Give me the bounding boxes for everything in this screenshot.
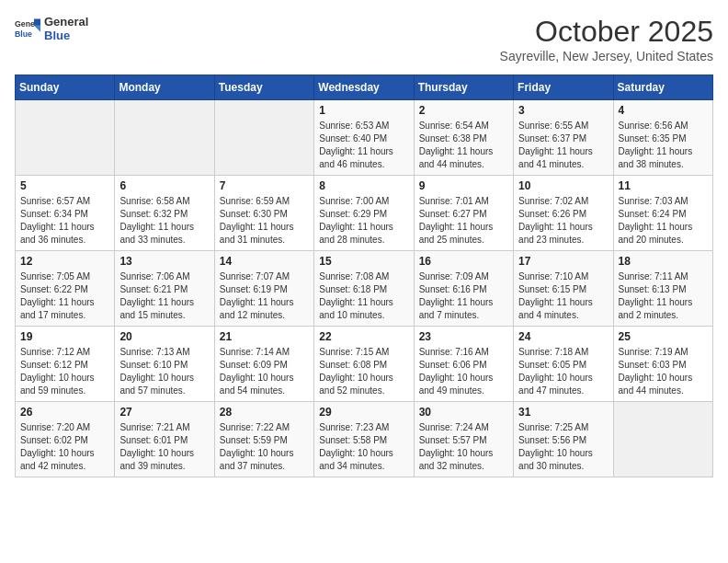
day-number: 3 bbox=[518, 104, 608, 117]
day-number: 23 bbox=[419, 330, 508, 343]
calendar-cell: 28Sunrise: 7:22 AMSunset: 5:59 PMDayligh… bbox=[214, 402, 313, 477]
day-number: 6 bbox=[119, 179, 209, 192]
day-number: 28 bbox=[220, 406, 309, 419]
logo: General Blue General Blue bbox=[15, 15, 88, 42]
day-info: Sunrise: 7:03 AMSunset: 6:24 PMDaylight:… bbox=[619, 195, 708, 247]
header-day-monday: Monday bbox=[115, 75, 214, 100]
week-row-1: 5Sunrise: 6:57 AMSunset: 6:34 PMDaylight… bbox=[16, 176, 713, 251]
week-row-3: 19Sunrise: 7:12 AMSunset: 6:12 PMDayligh… bbox=[16, 327, 713, 402]
day-number: 18 bbox=[619, 255, 708, 268]
calendar-cell: 30Sunrise: 7:24 AMSunset: 5:57 PMDayligh… bbox=[414, 402, 513, 477]
calendar-cell: 21Sunrise: 7:14 AMSunset: 6:09 PMDayligh… bbox=[214, 327, 313, 402]
header-day-tuesday: Tuesday bbox=[214, 75, 313, 100]
calendar-cell: 5Sunrise: 6:57 AMSunset: 6:34 PMDaylight… bbox=[16, 176, 115, 251]
week-row-4: 26Sunrise: 7:20 AMSunset: 6:02 PMDayligh… bbox=[16, 402, 713, 477]
calendar-cell: 14Sunrise: 7:07 AMSunset: 6:19 PMDayligh… bbox=[214, 251, 313, 327]
calendar-cell: 4Sunrise: 6:56 AMSunset: 6:35 PMDaylight… bbox=[613, 100, 712, 176]
calendar-cell: 12Sunrise: 7:05 AMSunset: 6:22 PMDayligh… bbox=[16, 251, 115, 327]
day-number: 26 bbox=[20, 406, 109, 419]
day-info: Sunrise: 6:57 AMSunset: 6:34 PMDaylight:… bbox=[20, 195, 109, 247]
day-number: 9 bbox=[419, 179, 508, 192]
calendar-cell: 22Sunrise: 7:15 AMSunset: 6:08 PMDayligh… bbox=[314, 327, 414, 402]
day-number: 16 bbox=[419, 255, 508, 268]
day-number: 27 bbox=[119, 406, 209, 419]
day-number: 15 bbox=[319, 255, 408, 268]
header-day-wednesday: Wednesday bbox=[314, 75, 414, 100]
calendar-cell bbox=[214, 100, 313, 176]
day-number: 17 bbox=[518, 255, 608, 268]
header-day-friday: Friday bbox=[514, 75, 613, 100]
day-number: 2 bbox=[419, 104, 508, 117]
svg-text:Blue: Blue bbox=[15, 29, 32, 39]
calendar-cell: 13Sunrise: 7:06 AMSunset: 6:21 PMDayligh… bbox=[115, 251, 214, 327]
day-number: 8 bbox=[319, 179, 408, 192]
day-number: 14 bbox=[220, 255, 309, 268]
calendar-cell: 20Sunrise: 7:13 AMSunset: 6:10 PMDayligh… bbox=[115, 327, 214, 402]
day-info: Sunrise: 7:21 AMSunset: 6:01 PMDaylight:… bbox=[119, 421, 209, 473]
day-info: Sunrise: 7:25 AMSunset: 5:56 PMDaylight:… bbox=[518, 421, 608, 473]
calendar-cell: 6Sunrise: 6:58 AMSunset: 6:32 PMDaylight… bbox=[115, 176, 214, 251]
calendar-cell: 2Sunrise: 6:54 AMSunset: 6:38 PMDaylight… bbox=[414, 100, 513, 176]
day-info: Sunrise: 6:54 AMSunset: 6:38 PMDaylight:… bbox=[419, 120, 508, 171]
day-info: Sunrise: 7:19 AMSunset: 6:03 PMDaylight:… bbox=[619, 346, 708, 397]
day-info: Sunrise: 7:11 AMSunset: 6:13 PMDaylight:… bbox=[619, 270, 708, 322]
day-info: Sunrise: 7:08 AMSunset: 6:18 PMDaylight:… bbox=[319, 270, 408, 322]
calendar-cell: 11Sunrise: 7:03 AMSunset: 6:24 PMDayligh… bbox=[613, 176, 712, 251]
title-section: October 2025 Sayreville, New Jersey, Uni… bbox=[500, 15, 713, 63]
day-number: 25 bbox=[619, 330, 708, 343]
day-info: Sunrise: 6:53 AMSunset: 6:40 PMDaylight:… bbox=[319, 120, 408, 171]
day-number: 13 bbox=[119, 255, 209, 268]
calendar-cell bbox=[115, 100, 214, 176]
day-info: Sunrise: 6:59 AMSunset: 6:30 PMDaylight:… bbox=[220, 195, 309, 247]
day-info: Sunrise: 7:20 AMSunset: 6:02 PMDaylight:… bbox=[20, 421, 109, 473]
day-number: 24 bbox=[518, 330, 608, 343]
header-row: SundayMondayTuesdayWednesdayThursdayFrid… bbox=[16, 75, 713, 100]
calendar-cell: 15Sunrise: 7:08 AMSunset: 6:18 PMDayligh… bbox=[314, 251, 414, 327]
day-info: Sunrise: 7:13 AMSunset: 6:10 PMDaylight:… bbox=[119, 346, 209, 397]
day-info: Sunrise: 6:56 AMSunset: 6:35 PMDaylight:… bbox=[619, 120, 708, 171]
day-info: Sunrise: 7:10 AMSunset: 6:15 PMDaylight:… bbox=[518, 270, 608, 322]
day-info: Sunrise: 7:05 AMSunset: 6:22 PMDaylight:… bbox=[20, 270, 109, 322]
logo-general-text: General bbox=[44, 15, 88, 29]
day-number: 30 bbox=[419, 406, 508, 419]
day-info: Sunrise: 7:24 AMSunset: 5:57 PMDaylight:… bbox=[419, 421, 508, 473]
day-info: Sunrise: 7:00 AMSunset: 6:29 PMDaylight:… bbox=[319, 195, 408, 247]
day-info: Sunrise: 7:16 AMSunset: 6:06 PMDaylight:… bbox=[419, 346, 508, 397]
calendar-cell: 31Sunrise: 7:25 AMSunset: 5:56 PMDayligh… bbox=[514, 402, 613, 477]
day-number: 29 bbox=[319, 406, 408, 419]
day-number: 11 bbox=[619, 179, 708, 192]
calendar-cell: 27Sunrise: 7:21 AMSunset: 6:01 PMDayligh… bbox=[115, 402, 214, 477]
calendar-cell bbox=[16, 100, 115, 176]
day-info: Sunrise: 6:55 AMSunset: 6:37 PMDaylight:… bbox=[518, 120, 608, 171]
day-info: Sunrise: 7:15 AMSunset: 6:08 PMDaylight:… bbox=[319, 346, 408, 397]
calendar-table: SundayMondayTuesdayWednesdayThursdayFrid… bbox=[15, 75, 713, 477]
calendar-cell: 1Sunrise: 6:53 AMSunset: 6:40 PMDaylight… bbox=[314, 100, 414, 176]
day-number: 1 bbox=[319, 104, 408, 117]
day-info: Sunrise: 7:09 AMSunset: 6:16 PMDaylight:… bbox=[419, 270, 508, 322]
day-info: Sunrise: 7:18 AMSunset: 6:05 PMDaylight:… bbox=[518, 346, 608, 397]
header: General Blue General Blue October 2025 S… bbox=[15, 15, 713, 63]
calendar-cell: 3Sunrise: 6:55 AMSunset: 6:37 PMDaylight… bbox=[514, 100, 613, 176]
day-number: 7 bbox=[220, 179, 309, 192]
day-number: 20 bbox=[119, 330, 209, 343]
day-number: 22 bbox=[319, 330, 408, 343]
header-day-saturday: Saturday bbox=[613, 75, 712, 100]
calendar-cell: 16Sunrise: 7:09 AMSunset: 6:16 PMDayligh… bbox=[414, 251, 513, 327]
day-number: 5 bbox=[20, 179, 109, 192]
calendar-cell: 24Sunrise: 7:18 AMSunset: 6:05 PMDayligh… bbox=[514, 327, 613, 402]
day-number: 10 bbox=[518, 179, 608, 192]
day-info: Sunrise: 7:12 AMSunset: 6:12 PMDaylight:… bbox=[20, 346, 109, 397]
day-number: 31 bbox=[518, 406, 608, 419]
calendar-cell: 10Sunrise: 7:02 AMSunset: 6:26 PMDayligh… bbox=[514, 176, 613, 251]
week-row-2: 12Sunrise: 7:05 AMSunset: 6:22 PMDayligh… bbox=[16, 251, 713, 327]
day-number: 19 bbox=[20, 330, 109, 343]
day-number: 12 bbox=[20, 255, 109, 268]
calendar-cell: 7Sunrise: 6:59 AMSunset: 6:30 PMDaylight… bbox=[214, 176, 313, 251]
week-row-0: 1Sunrise: 6:53 AMSunset: 6:40 PMDaylight… bbox=[16, 100, 713, 176]
calendar-title: October 2025 bbox=[500, 15, 713, 49]
calendar-cell: 8Sunrise: 7:00 AMSunset: 6:29 PMDaylight… bbox=[314, 176, 414, 251]
day-number: 4 bbox=[619, 104, 708, 117]
calendar-cell: 9Sunrise: 7:01 AMSunset: 6:27 PMDaylight… bbox=[414, 176, 513, 251]
header-day-sunday: Sunday bbox=[16, 75, 115, 100]
day-info: Sunrise: 7:22 AMSunset: 5:59 PMDaylight:… bbox=[220, 421, 309, 473]
